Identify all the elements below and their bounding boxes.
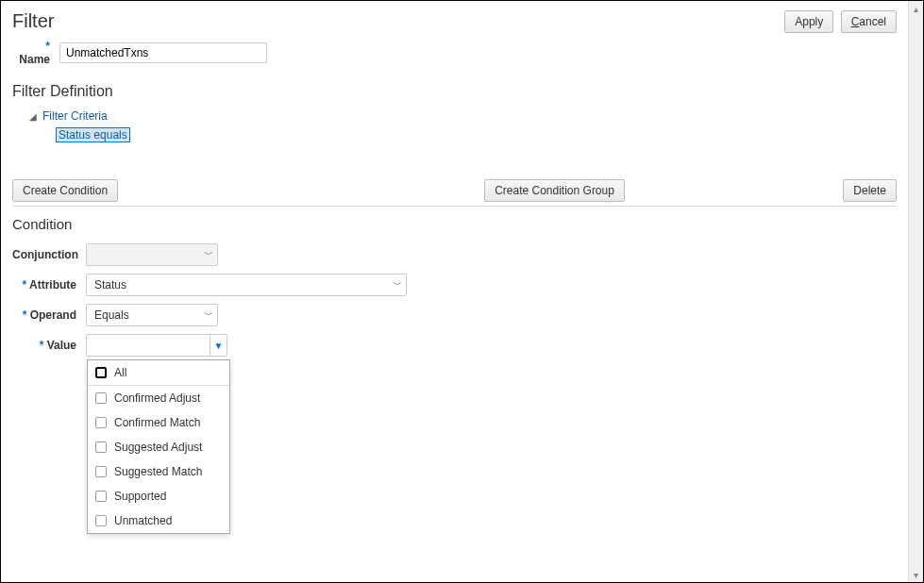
conjunction-label: Conjunction bbox=[12, 248, 86, 261]
operand-select[interactable]: Equals ﹀ bbox=[86, 304, 218, 326]
value-option[interactable]: Unmatched bbox=[88, 508, 229, 533]
value-option-label: Unmatched bbox=[114, 514, 172, 527]
condition-action-row: Create Condition Create Condition Group … bbox=[12, 179, 897, 207]
operand-label: Operand bbox=[12, 308, 86, 322]
operand-value: Equals bbox=[87, 305, 200, 325]
checkbox-icon bbox=[95, 417, 107, 428]
chevron-down-icon: ﹀ bbox=[389, 275, 406, 295]
value-dropdown: All Confirmed Adjust Confirmed Match Sug… bbox=[87, 359, 230, 534]
attribute-value: Status bbox=[87, 275, 389, 295]
value-option[interactable]: Supported bbox=[88, 484, 229, 508]
attribute-row: Attribute Status ﹀ bbox=[12, 274, 897, 296]
tree-root-link[interactable]: Filter Criteria bbox=[42, 109, 108, 123]
conjunction-row: Conjunction ﹀ bbox=[12, 243, 897, 266]
cancel-button[interactable]: Cancel bbox=[841, 10, 897, 33]
header-row: Filter Apply Cancel bbox=[12, 10, 897, 40]
value-label: Value bbox=[12, 339, 86, 352]
name-label: Name bbox=[12, 40, 59, 66]
value-option-label: Confirmed Match bbox=[114, 416, 200, 429]
checkbox-icon bbox=[95, 392, 107, 404]
header-buttons: Apply Cancel bbox=[781, 10, 897, 33]
value-select[interactable]: ▼ All Confirmed Adjust Confirmed Match bbox=[86, 334, 227, 357]
filter-tree: ◢ Filter Criteria Status equals bbox=[29, 109, 897, 142]
conjunction-select[interactable]: ﹀ bbox=[86, 243, 218, 266]
value-option[interactable]: Confirmed Match bbox=[88, 410, 229, 435]
create-condition-button[interactable]: Create Condition bbox=[12, 179, 118, 202]
value-option[interactable]: All bbox=[88, 360, 229, 385]
operand-row: Operand Equals ﹀ bbox=[12, 304, 897, 326]
value-option-label: Suggested Match bbox=[114, 465, 202, 478]
page-title: Filter bbox=[12, 10, 54, 32]
attribute-label: Attribute bbox=[12, 278, 86, 292]
attribute-select[interactable]: Status ﹀ bbox=[86, 274, 407, 296]
collapse-icon[interactable]: ◢ bbox=[29, 111, 37, 122]
main-panel: Filter Apply Cancel Name Filter Definiti… bbox=[1, 1, 908, 582]
value-option-label: All bbox=[114, 366, 126, 379]
value-option[interactable]: Confirmed Adjust bbox=[88, 386, 229, 410]
value-option[interactable]: Suggested Adjust bbox=[88, 435, 229, 459]
create-condition-group-button[interactable]: Create Condition Group bbox=[484, 179, 625, 202]
checkbox-icon bbox=[95, 466, 107, 477]
delete-button[interactable]: Delete bbox=[843, 179, 897, 202]
condition-heading: Condition bbox=[12, 216, 897, 232]
tree-child: Status equals bbox=[56, 128, 897, 142]
value-option-label: Confirmed Adjust bbox=[114, 391, 200, 405]
conjunction-value bbox=[87, 244, 200, 265]
checkbox-icon bbox=[95, 367, 107, 378]
name-input[interactable] bbox=[59, 42, 267, 63]
value-option[interactable]: Suggested Match bbox=[88, 459, 229, 484]
value-option-label: Suggested Adjust bbox=[114, 441, 202, 454]
vertical-scrollbar[interactable]: ▴ ▾ bbox=[908, 1, 923, 582]
dropdown-trigger-icon[interactable]: ▼ bbox=[210, 335, 227, 356]
apply-button[interactable]: Apply bbox=[784, 10, 833, 33]
checkbox-icon bbox=[95, 491, 107, 502]
scroll-down-icon[interactable]: ▾ bbox=[909, 567, 923, 582]
app-frame: Filter Apply Cancel Name Filter Definiti… bbox=[0, 0, 924, 583]
scroll-up-icon[interactable]: ▴ bbox=[909, 1, 923, 16]
cancel-accel: C bbox=[851, 15, 860, 28]
value-row: Value ▼ All Confirmed Adjust bbox=[12, 334, 897, 357]
chevron-down-icon: ﹀ bbox=[200, 305, 217, 325]
checkbox-icon bbox=[95, 441, 107, 453]
cancel-rest: ancel bbox=[859, 15, 886, 28]
filter-definition-heading: Filter Definition bbox=[12, 83, 897, 100]
checkbox-icon bbox=[95, 515, 107, 526]
name-row: Name bbox=[12, 40, 897, 66]
tree-child-link[interactable]: Status equals bbox=[56, 127, 130, 142]
tree-root[interactable]: ◢ Filter Criteria bbox=[29, 109, 897, 123]
chevron-down-icon: ﹀ bbox=[200, 244, 217, 265]
value-option-label: Supported bbox=[114, 490, 166, 503]
value-value bbox=[87, 335, 210, 356]
